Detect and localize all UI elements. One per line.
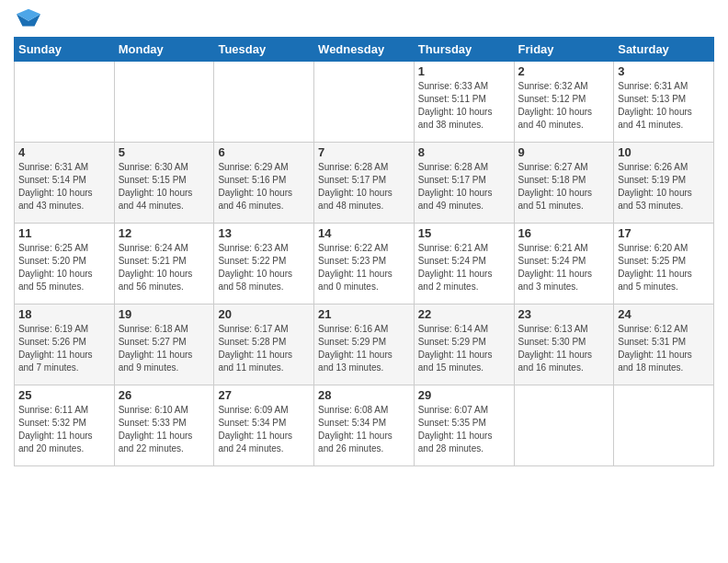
day-info: Sunrise: 6:31 AM Sunset: 5:13 PM Dayligh…: [618, 80, 710, 132]
day-number: 25: [18, 388, 110, 402]
calendar-cell: [314, 62, 415, 143]
calendar-cell: 23Sunrise: 6:13 AM Sunset: 5:30 PM Dayli…: [514, 304, 614, 385]
calendar-cell: 12Sunrise: 6:24 AM Sunset: 5:21 PM Dayli…: [114, 224, 214, 304]
calendar-cell: [514, 385, 614, 466]
weekday-header-friday: Friday: [514, 38, 614, 62]
day-info: Sunrise: 6:32 AM Sunset: 5:12 PM Dayligh…: [518, 80, 610, 132]
day-info: Sunrise: 6:20 AM Sunset: 5:25 PM Dayligh…: [618, 242, 710, 293]
day-number: 3: [618, 64, 710, 78]
day-info: Sunrise: 6:12 AM Sunset: 5:31 PM Dayligh…: [618, 323, 710, 374]
calendar-cell: [15, 62, 115, 143]
weekday-header-thursday: Thursday: [414, 38, 514, 62]
calendar-week-row: 11Sunrise: 6:25 AM Sunset: 5:20 PM Dayli…: [15, 224, 714, 304]
day-number: 2: [518, 64, 610, 78]
day-number: 26: [119, 388, 210, 402]
day-info: Sunrise: 6:10 AM Sunset: 5:33 PM Dayligh…: [119, 404, 210, 455]
calendar-cell: 10Sunrise: 6:26 AM Sunset: 5:19 PM Dayli…: [614, 143, 714, 224]
day-info: Sunrise: 6:27 AM Sunset: 5:18 PM Dayligh…: [518, 161, 610, 213]
day-info: Sunrise: 6:23 AM Sunset: 5:22 PM Dayligh…: [218, 242, 310, 293]
day-info: Sunrise: 6:24 AM Sunset: 5:21 PM Dayligh…: [119, 242, 210, 293]
day-number: 19: [119, 307, 210, 321]
day-number: 7: [318, 145, 410, 159]
weekday-header-wednesday: Wednesday: [314, 38, 415, 62]
day-info: Sunrise: 6:09 AM Sunset: 5:34 PM Dayligh…: [218, 404, 310, 455]
day-info: Sunrise: 6:21 AM Sunset: 5:24 PM Dayligh…: [518, 242, 610, 293]
day-number: 9: [518, 145, 610, 159]
day-info: Sunrise: 6:11 AM Sunset: 5:32 PM Dayligh…: [18, 404, 110, 455]
day-info: Sunrise: 6:16 AM Sunset: 5:29 PM Dayligh…: [318, 323, 410, 374]
day-number: 6: [218, 145, 310, 159]
day-number: 14: [318, 226, 410, 240]
day-info: Sunrise: 6:07 AM Sunset: 5:35 PM Dayligh…: [418, 404, 510, 455]
calendar-cell: 18Sunrise: 6:19 AM Sunset: 5:26 PM Dayli…: [15, 304, 115, 385]
calendar-cell: 25Sunrise: 6:11 AM Sunset: 5:32 PM Dayli…: [15, 385, 115, 466]
calendar-header-row: SundayMondayTuesdayWednesdayThursdayFrid…: [15, 38, 714, 62]
day-number: 27: [218, 388, 310, 402]
day-number: 13: [218, 226, 310, 240]
day-number: 17: [618, 226, 710, 240]
calendar-cell: 2Sunrise: 6:32 AM Sunset: 5:12 PM Daylig…: [514, 62, 614, 143]
calendar-cell: [114, 62, 214, 143]
day-number: 24: [618, 307, 710, 321]
day-number: 5: [119, 145, 210, 159]
calendar-week-row: 18Sunrise: 6:19 AM Sunset: 5:26 PM Dayli…: [15, 304, 714, 385]
day-info: Sunrise: 6:25 AM Sunset: 5:20 PM Dayligh…: [18, 242, 110, 293]
calendar-cell: 20Sunrise: 6:17 AM Sunset: 5:28 PM Dayli…: [214, 304, 314, 385]
calendar-week-row: 25Sunrise: 6:11 AM Sunset: 5:32 PM Dayli…: [15, 385, 714, 466]
day-number: 11: [18, 226, 110, 240]
calendar-cell: 7Sunrise: 6:28 AM Sunset: 5:17 PM Daylig…: [314, 143, 415, 224]
calendar-cell: 8Sunrise: 6:28 AM Sunset: 5:17 PM Daylig…: [414, 143, 514, 224]
page-header: [14, 9, 714, 31]
calendar-cell: 28Sunrise: 6:08 AM Sunset: 5:34 PM Dayli…: [314, 385, 415, 466]
day-info: Sunrise: 6:28 AM Sunset: 5:17 PM Dayligh…: [318, 161, 410, 213]
weekday-header-sunday: Sunday: [15, 38, 115, 62]
calendar-cell: 26Sunrise: 6:10 AM Sunset: 5:33 PM Dayli…: [114, 385, 214, 466]
calendar-cell: [214, 62, 314, 143]
day-info: Sunrise: 6:18 AM Sunset: 5:27 PM Dayligh…: [119, 323, 210, 374]
calendar-cell: 17Sunrise: 6:20 AM Sunset: 5:25 PM Dayli…: [614, 224, 714, 304]
day-number: 22: [418, 307, 510, 321]
calendar-cell: 22Sunrise: 6:14 AM Sunset: 5:29 PM Dayli…: [414, 304, 514, 385]
calendar-week-row: 1Sunrise: 6:33 AM Sunset: 5:11 PM Daylig…: [15, 62, 714, 143]
day-number: 1: [418, 64, 510, 78]
day-number: 21: [318, 307, 410, 321]
calendar-cell: 6Sunrise: 6:29 AM Sunset: 5:16 PM Daylig…: [214, 143, 314, 224]
calendar-cell: 19Sunrise: 6:18 AM Sunset: 5:27 PM Dayli…: [114, 304, 214, 385]
day-number: 12: [119, 226, 210, 240]
calendar-cell: 29Sunrise: 6:07 AM Sunset: 5:35 PM Dayli…: [414, 385, 514, 466]
day-number: 28: [318, 388, 410, 402]
calendar-cell: 1Sunrise: 6:33 AM Sunset: 5:11 PM Daylig…: [414, 62, 514, 143]
calendar-cell: 4Sunrise: 6:31 AM Sunset: 5:14 PM Daylig…: [15, 143, 115, 224]
day-number: 4: [18, 145, 110, 159]
day-number: 29: [418, 388, 510, 402]
day-number: 18: [18, 307, 110, 321]
day-number: 16: [518, 226, 610, 240]
day-info: Sunrise: 6:08 AM Sunset: 5:34 PM Dayligh…: [318, 404, 410, 455]
day-info: Sunrise: 6:13 AM Sunset: 5:30 PM Dayligh…: [518, 323, 610, 374]
day-info: Sunrise: 6:26 AM Sunset: 5:19 PM Dayligh…: [618, 161, 710, 213]
day-number: 15: [418, 226, 510, 240]
day-info: Sunrise: 6:33 AM Sunset: 5:11 PM Dayligh…: [418, 80, 510, 132]
calendar-cell: [614, 385, 714, 466]
weekday-header-saturday: Saturday: [614, 38, 714, 62]
day-info: Sunrise: 6:17 AM Sunset: 5:28 PM Dayligh…: [218, 323, 310, 374]
weekday-header-monday: Monday: [114, 38, 214, 62]
day-info: Sunrise: 6:22 AM Sunset: 5:23 PM Dayligh…: [318, 242, 410, 293]
day-number: 20: [218, 307, 310, 321]
day-info: Sunrise: 6:21 AM Sunset: 5:24 PM Dayligh…: [418, 242, 510, 293]
logo: [14, 9, 41, 31]
day-info: Sunrise: 6:19 AM Sunset: 5:26 PM Dayligh…: [18, 323, 110, 374]
calendar-cell: 27Sunrise: 6:09 AM Sunset: 5:34 PM Dayli…: [214, 385, 314, 466]
logo-icon: [16, 6, 41, 31]
calendar-cell: 21Sunrise: 6:16 AM Sunset: 5:29 PM Dayli…: [314, 304, 415, 385]
day-info: Sunrise: 6:28 AM Sunset: 5:17 PM Dayligh…: [418, 161, 510, 213]
calendar-cell: 14Sunrise: 6:22 AM Sunset: 5:23 PM Dayli…: [314, 224, 415, 304]
calendar-cell: 24Sunrise: 6:12 AM Sunset: 5:31 PM Dayli…: [614, 304, 714, 385]
calendar-week-row: 4Sunrise: 6:31 AM Sunset: 5:14 PM Daylig…: [15, 143, 714, 224]
day-number: 10: [618, 145, 710, 159]
day-info: Sunrise: 6:29 AM Sunset: 5:16 PM Dayligh…: [218, 161, 310, 213]
day-info: Sunrise: 6:31 AM Sunset: 5:14 PM Dayligh…: [18, 161, 110, 213]
day-info: Sunrise: 6:14 AM Sunset: 5:29 PM Dayligh…: [418, 323, 510, 374]
day-info: Sunrise: 6:30 AM Sunset: 5:15 PM Dayligh…: [119, 161, 210, 213]
calendar-cell: 5Sunrise: 6:30 AM Sunset: 5:15 PM Daylig…: [114, 143, 214, 224]
